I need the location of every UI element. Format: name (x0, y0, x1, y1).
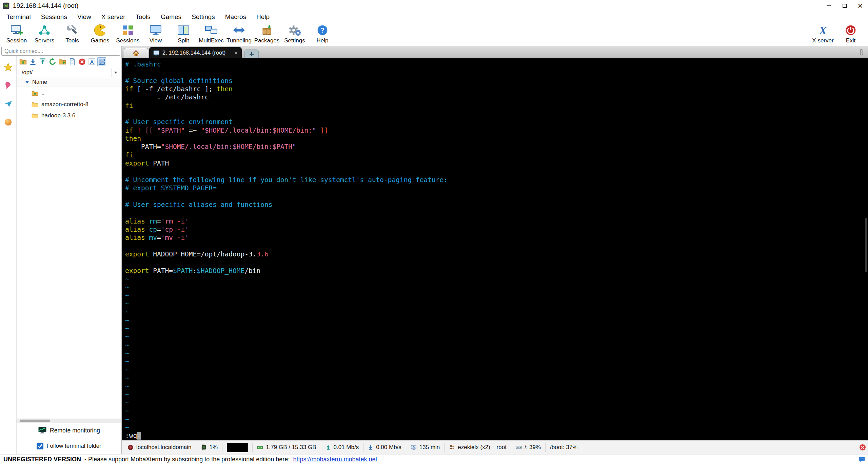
menu-item-tools[interactable]: Tools (131, 12, 156, 22)
path-dropdown[interactable]: /opt/ (19, 68, 119, 77)
status-items: localhost.localdomain1%1.79 GB / 15.33 G… (122, 441, 582, 454)
toolbar-button-settings[interactable]: Settings (281, 23, 309, 46)
toolbar-button-x-server[interactable]: XX server (809, 23, 837, 46)
tree-header[interactable]: Name (17, 78, 121, 86)
toolbar-button-view[interactable]: View (142, 23, 170, 46)
status-item (222, 443, 253, 452)
home-tab[interactable] (124, 48, 148, 58)
toolbar-button-split[interactable]: Split (170, 23, 197, 46)
tree-hscroll-thumb[interactable] (20, 420, 50, 422)
window-title: 192.168.144.144 (root) (13, 2, 78, 9)
new-folder-icon (59, 58, 66, 65)
toolbar-button-label: Packages (254, 37, 280, 44)
folder-up-button[interactable] (19, 57, 27, 66)
new-folder-button[interactable] (58, 57, 67, 66)
menu-item-terminal[interactable]: Terminal (1, 12, 36, 22)
panel-star-button[interactable] (2, 61, 15, 73)
sort-arrow-icon (25, 80, 29, 84)
footer-chat-icon[interactable] (859, 456, 865, 462)
menu-item-view[interactable]: View (72, 12, 96, 22)
panel-tools-button[interactable] (2, 79, 15, 92)
status-close-button[interactable] (859, 444, 866, 451)
terminal-line (125, 209, 868, 217)
refresh-icon (49, 58, 56, 65)
menu-item-settings[interactable]: Settings (186, 12, 220, 22)
toolbar-left: SessionServersToolsGamesSessionsViewSpli… (3, 23, 336, 46)
terminal-line: if ! [[ "$PATH" =~ "$HOME/.local/bin:$HO… (125, 127, 868, 135)
follow-terminal-checkbox[interactable] (37, 443, 43, 449)
terminal-line: then (125, 135, 868, 143)
toolbar-button-servers[interactable]: Servers (31, 23, 58, 46)
download-button[interactable] (28, 57, 37, 66)
terminal-line: export PATH=$PATH:$HADOOP_HOME/bin (125, 267, 868, 275)
status-text: 0.01 Mb/s (334, 444, 359, 451)
multiexec-icon (204, 23, 219, 37)
tree-item-parent-dir[interactable]: .. (17, 88, 121, 99)
stop-button[interactable] (78, 57, 86, 66)
terminal-line: alias rm='rm -i' (125, 217, 868, 226)
terminal-line: ~ (125, 292, 868, 300)
tree-hscrollbar[interactable] (17, 419, 121, 423)
menu-item-macros[interactable]: Macros (220, 12, 251, 22)
chevron-down-icon[interactable] (112, 68, 119, 77)
left-strip (0, 56, 17, 454)
users-icon (449, 444, 455, 450)
file-button[interactable] (68, 57, 77, 66)
terminal-line: alias cp='cp -i' (125, 226, 868, 234)
footer-link[interactable]: https://mobaxterm.mobatek.net (293, 456, 377, 463)
terminal-line: ~ (125, 399, 868, 407)
terminal-line: # User specific environment (125, 118, 868, 126)
minimize-button[interactable] (821, 0, 837, 12)
maximize-button[interactable] (837, 0, 852, 12)
paperclip-icon[interactable] (859, 48, 864, 57)
toolbar-button-session[interactable]: Session (3, 23, 31, 46)
menu-item-games[interactable]: Games (156, 12, 186, 22)
terminal-text: # .bashrc# Source global definitionsif [… (125, 60, 868, 440)
tree-item-label: amazon-corretto-8 (41, 101, 88, 108)
help-icon: ? (315, 23, 330, 37)
toolbar-button-label: Split (178, 37, 189, 44)
window-controls: × (821, 0, 868, 12)
tab-close-button[interactable]: × (234, 50, 238, 56)
toolbar-button-help[interactable]: ?Help (309, 23, 336, 46)
terminal-line: ~ (125, 275, 868, 283)
tree-item-label: hadoop-3.3.6 (41, 112, 75, 119)
quick-connect-input[interactable] (1, 47, 120, 56)
server-button[interactable] (97, 57, 106, 66)
terminal-line: ~ (125, 407, 868, 415)
upload-button[interactable] (38, 57, 47, 66)
new-tab-button[interactable] (244, 50, 259, 58)
status-item: 135 min (406, 443, 445, 452)
toolbar-button-tunneling[interactable]: Tunneling (225, 23, 253, 46)
terminal-scrollbar[interactable] (865, 218, 867, 272)
panel-macros-button[interactable] (2, 98, 15, 110)
close-button[interactable]: × (852, 0, 868, 12)
host-icon (127, 444, 134, 450)
encoding-button[interactable]: A (87, 57, 96, 66)
status-text: 1.79 GB / 15.33 GB (266, 444, 316, 451)
svg-text:X: X (819, 24, 827, 36)
toolbar-button-multiexec[interactable]: MultiExec (197, 23, 225, 46)
toolbar-button-games[interactable]: Games (86, 23, 114, 46)
terminal[interactable]: # .bashrc# Source global definitionsif [… (122, 58, 868, 440)
toolbar-button-exit[interactable]: Exit (837, 23, 865, 46)
active-terminal-tab[interactable]: 2. 192.168.144.144 (root) × (149, 47, 242, 58)
tree-item-hadoop-3-3-6[interactable]: hadoop-3.3.6 (17, 110, 121, 121)
terminal-line: ~ (125, 316, 868, 325)
panel-star-icon (4, 63, 13, 72)
menu-item-x-server[interactable]: X server (96, 12, 131, 22)
toolbar-button-tools[interactable]: Tools (58, 23, 86, 46)
refresh-button[interactable] (48, 57, 57, 66)
active-tab-label: 2. 192.168.144.144 (root) (162, 50, 225, 56)
toolbar-button-label: Exit (846, 37, 855, 44)
toolbar-button-sessions[interactable]: Sessions (114, 23, 142, 46)
games-icon (93, 23, 107, 37)
terminal-line: # Source global definitions (125, 77, 868, 85)
panel-games-button[interactable] (2, 116, 15, 128)
terminal-line: ~ (125, 391, 868, 399)
tree-item-amazon-corretto-8[interactable]: amazon-corretto-8 (17, 99, 121, 110)
menu-item-sessions[interactable]: Sessions (36, 12, 72, 22)
toolbar-button-packages[interactable]: Packages (253, 23, 281, 46)
menu-item-help[interactable]: Help (251, 12, 275, 22)
remote-monitoring-button[interactable]: Remote monitoring (17, 423, 121, 438)
